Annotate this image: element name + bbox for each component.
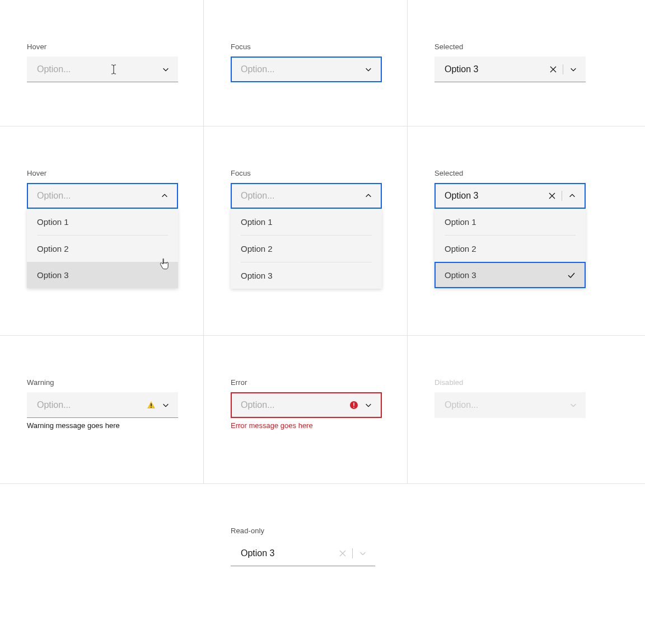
checkmark-icon xyxy=(567,271,576,280)
state-label: Selected xyxy=(434,169,618,177)
cell-selected-closed: Selected Option 3 xyxy=(408,0,645,126)
svg-rect-4 xyxy=(353,407,354,408)
menu-option-hover[interactable]: Option 3 xyxy=(27,262,178,288)
cell-focus-open: Focus Option... Option 1 Option 2 Option… xyxy=(204,126,408,336)
combobox-placeholder: Option... xyxy=(445,400,478,410)
pointer-cursor-icon xyxy=(159,258,169,270)
combobox-value: Option 3 xyxy=(445,191,478,201)
chevron-down-icon[interactable] xyxy=(161,65,170,74)
combobox-placeholder: Option... xyxy=(37,400,71,410)
menu-option-selected[interactable]: Option 3 xyxy=(434,262,586,288)
menu-option[interactable]: Option 3 xyxy=(231,262,382,289)
combobox-hover[interactable]: Option... xyxy=(27,57,178,82)
chevron-down-icon xyxy=(569,401,578,410)
cell-hover-open: Hover Option... Option 1 Option 2 Option… xyxy=(0,126,204,336)
state-label: Read-only xyxy=(231,527,381,535)
icon-divider xyxy=(562,191,562,201)
chevron-down-icon[interactable] xyxy=(161,401,170,410)
chevron-down-icon[interactable] xyxy=(364,401,373,410)
text-cursor-icon xyxy=(111,64,116,77)
clear-icon[interactable] xyxy=(548,192,556,200)
combobox-placeholder: Option... xyxy=(241,400,274,410)
combobox-placeholder: Option... xyxy=(241,64,274,74)
state-label: Error xyxy=(231,378,380,387)
clear-icon[interactable] xyxy=(549,65,557,73)
menu-option[interactable]: Option 1 xyxy=(27,209,178,235)
warning-message: Warning message goes here xyxy=(27,421,176,430)
combobox-placeholder: Option... xyxy=(37,64,71,74)
chevron-up-icon[interactable] xyxy=(568,191,577,200)
combobox-selected[interactable]: Option 3 xyxy=(434,57,586,82)
state-label: Hover xyxy=(27,43,176,51)
chevron-down-icon[interactable] xyxy=(364,65,373,74)
combobox-selected-open[interactable]: Option 3 Option 1 Option 2 Option 3 xyxy=(434,183,586,209)
chevron-up-icon[interactable] xyxy=(160,191,169,200)
combobox-focus[interactable]: Option... xyxy=(231,57,382,82)
svg-rect-1 xyxy=(151,407,152,408)
dropdown-menu: Option 1 Option 2 Option 3 xyxy=(434,209,586,288)
cell-disabled: Disabled Option... xyxy=(408,336,645,484)
state-label: Warning xyxy=(27,378,176,387)
dropdown-menu: Option 1 Option 2 Option 3 xyxy=(27,209,178,288)
chevron-down-icon[interactable] xyxy=(569,65,578,74)
chevron-up-icon[interactable] xyxy=(364,191,373,200)
error-message: Error message goes here xyxy=(231,421,380,430)
menu-option[interactable]: Option 1 xyxy=(434,209,586,235)
cell-warning: Warning Option... Warning message goes h… xyxy=(0,336,204,484)
dropdown-menu: Option 1 Option 2 Option 3 xyxy=(231,209,382,289)
combobox-warning[interactable]: Option... xyxy=(27,392,178,418)
menu-option[interactable]: Option 2 xyxy=(434,236,586,262)
error-icon xyxy=(349,401,358,410)
menu-option[interactable]: Option 1 xyxy=(231,209,382,235)
combobox-value: Option 3 xyxy=(445,64,478,74)
cell-selected-open: Selected Option 3 Option 1 Option 2 Opti… xyxy=(408,126,645,336)
svg-rect-0 xyxy=(151,403,152,406)
state-label: Focus xyxy=(231,169,380,177)
icon-divider xyxy=(563,64,563,74)
combobox-placeholder: Option... xyxy=(241,191,274,201)
combobox-disabled: Option... xyxy=(434,392,586,418)
combobox-error[interactable]: Option... xyxy=(231,392,382,418)
combobox-focus-open[interactable]: Option... Option 1 Option 2 Option 3 xyxy=(231,183,382,209)
cell-empty xyxy=(0,484,204,644)
svg-rect-3 xyxy=(353,403,354,406)
state-label: Disabled xyxy=(434,378,618,387)
menu-option[interactable]: Option 2 xyxy=(231,236,382,262)
icon-divider xyxy=(352,548,353,558)
state-label: Focus xyxy=(231,43,380,51)
cell-hover-closed: Hover Option... xyxy=(0,0,204,126)
combobox-hover-open[interactable]: Option... Option 1 Option 2 Option 3 xyxy=(27,183,178,209)
cell-empty xyxy=(408,484,645,644)
menu-option[interactable]: Option 2 xyxy=(27,236,178,262)
state-label: Hover xyxy=(27,169,176,177)
clear-icon xyxy=(339,549,347,557)
combobox-placeholder: Option... xyxy=(37,191,71,201)
cell-error: Error Option... Error message goes here xyxy=(204,336,408,484)
combobox-readonly: Option 3 xyxy=(231,540,375,566)
state-label: Selected xyxy=(434,43,618,51)
warning-icon xyxy=(147,401,156,410)
cell-readonly: Read-only Option 3 xyxy=(204,484,408,644)
combobox-value: Option 3 xyxy=(241,548,274,558)
chevron-down-icon xyxy=(358,549,367,558)
cell-focus-closed: Focus Option... xyxy=(204,0,408,126)
